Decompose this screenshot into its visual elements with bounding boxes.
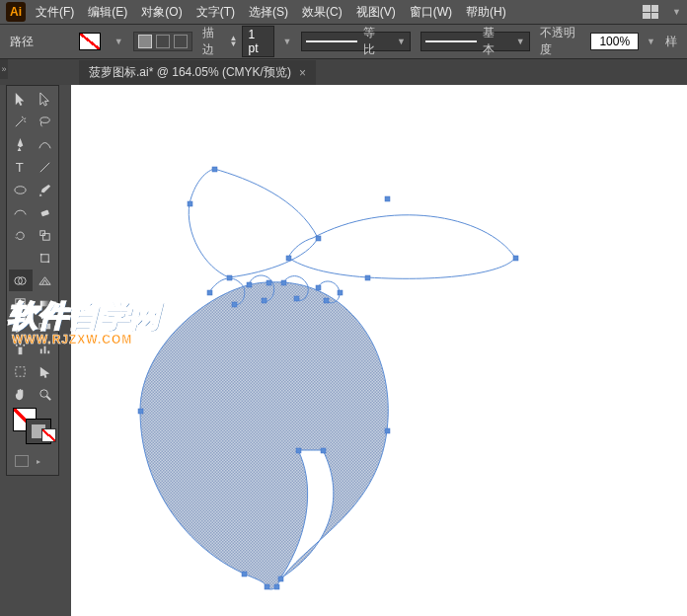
svg-rect-32 (316, 236, 321, 241)
screen-mode-normal[interactable] (15, 455, 29, 467)
ellipse-tool[interactable] (9, 179, 33, 200)
magic-wand-tool[interactable] (9, 111, 33, 132)
menu-effect[interactable]: 效果(C) (302, 4, 343, 21)
workspace-switcher-icon[interactable] (643, 5, 658, 19)
toolbox: T ▸ (6, 85, 59, 476)
stroke-value[interactable]: 1 pt (242, 26, 275, 57)
chevron-down-icon[interactable]: ▼ (672, 7, 681, 17)
svg-rect-49 (232, 302, 237, 307)
svg-rect-37 (365, 275, 370, 280)
menu-items: 文件(F) 编辑(E) 对象(O) 文字(T) 选择(S) 效果(C) 视图(V… (36, 4, 506, 21)
stroke-mode-2[interactable] (156, 35, 170, 48)
line-segment-tool[interactable] (34, 156, 57, 178)
svg-rect-23 (43, 346, 45, 353)
svg-rect-7 (41, 254, 49, 262)
direct-selection-tool[interactable] (34, 88, 57, 110)
stroke-swatch-group[interactable] (133, 32, 192, 51)
svg-text:T: T (16, 160, 24, 175)
type-tool[interactable]: T (9, 156, 33, 178)
menubar: Ai 文件(F) 编辑(E) 对象(O) 文字(T) 选择(S) 效果(C) 视… (0, 0, 687, 24)
shape-builder-tool[interactable] (9, 270, 33, 291)
svg-line-27 (46, 396, 50, 400)
svg-line-2 (40, 162, 49, 171)
watermark: 软件自学网 WWW.RJZXW.COM (8, 296, 161, 346)
hand-tool[interactable] (9, 383, 33, 405)
svg-rect-31 (212, 167, 217, 172)
eraser-tool[interactable] (34, 201, 57, 223)
screen-mode-row: ▸ (9, 451, 56, 471)
scale-tool[interactable] (34, 224, 57, 246)
perspective-grid-tool[interactable] (34, 270, 57, 291)
leaf-1-path[interactable] (189, 169, 318, 277)
svg-rect-50 (247, 282, 252, 287)
watermark-main: 软件自学网 (8, 296, 161, 337)
svg-rect-39 (138, 409, 143, 414)
opacity-dropdown-icon[interactable]: ▼ (647, 37, 655, 46)
menu-select[interactable]: 选择(S) (249, 4, 288, 21)
free-transform-tool[interactable] (34, 247, 57, 269)
stroke-stepper[interactable]: ▲▼ (230, 36, 238, 47)
svg-point-3 (15, 186, 26, 193)
svg-rect-51 (262, 298, 267, 303)
paintbrush-tool[interactable] (34, 179, 57, 200)
svg-rect-4 (40, 209, 49, 216)
brush-dropdown[interactable]: 基本 ▼ (420, 32, 530, 51)
svg-rect-24 (47, 350, 49, 353)
shaper-tool[interactable] (9, 201, 33, 223)
fill-dropdown-icon[interactable]: ▼ (114, 37, 123, 46)
svg-rect-52 (281, 280, 286, 285)
app-icon: Ai (6, 2, 26, 22)
svg-point-0 (40, 116, 49, 122)
svg-rect-44 (265, 584, 269, 589)
profile-dropdown[interactable]: 等比 ▼ (301, 32, 411, 51)
width-tool[interactable] (9, 247, 33, 269)
stroke-label[interactable]: 描边 (202, 25, 226, 58)
document-tab[interactable]: 菠萝图标.ai* @ 164.05% (CMYK/预览) × (79, 60, 316, 85)
artboard-tool[interactable] (9, 360, 33, 382)
svg-rect-18 (19, 346, 23, 354)
menu-window[interactable]: 窗口(W) (410, 4, 452, 21)
menu-edit[interactable]: 编辑(E) (88, 4, 127, 21)
stroke-dropdown-icon[interactable]: ▼ (282, 37, 291, 46)
svg-rect-45 (296, 448, 301, 453)
svg-rect-34 (227, 275, 232, 280)
svg-rect-38 (286, 256, 291, 261)
svg-rect-54 (316, 285, 321, 290)
style-label[interactable]: 样 (665, 34, 677, 50)
profile-label: 等比 (363, 25, 387, 58)
opacity-value[interactable]: 100% (590, 33, 639, 50)
svg-point-26 (40, 389, 48, 397)
menu-object[interactable]: 对象(O) (141, 4, 182, 21)
stroke-mode-1[interactable] (138, 35, 152, 48)
menu-help[interactable]: 帮助(H) (466, 4, 506, 21)
screen-mode-dropdown-icon[interactable]: ▸ (37, 457, 40, 466)
svg-rect-41 (267, 280, 271, 285)
dock-expand-icon[interactable]: » (0, 59, 8, 79)
menu-file[interactable]: 文件(F) (36, 4, 74, 21)
canvas-area[interactable] (67, 85, 687, 616)
curvature-tool[interactable] (34, 133, 57, 155)
menu-type[interactable]: 文字(T) (196, 4, 235, 21)
menu-view[interactable]: 视图(V) (356, 4, 396, 21)
leaf-2-path[interactable] (288, 215, 515, 279)
selection-tool[interactable] (9, 88, 33, 110)
lasso-tool[interactable] (34, 111, 57, 132)
zoom-tool[interactable] (34, 383, 57, 405)
slice-tool[interactable] (34, 360, 57, 382)
fruit-body-path[interactable] (140, 282, 388, 589)
vector-artwork[interactable] (71, 85, 687, 616)
svg-rect-55 (324, 298, 329, 303)
fill-swatch[interactable] (79, 33, 101, 50)
opacity-label[interactable]: 不透明度 (540, 25, 587, 58)
pen-tool[interactable] (9, 133, 33, 155)
rotate-tool[interactable] (9, 224, 33, 246)
close-icon[interactable]: × (299, 66, 306, 80)
artboard[interactable] (71, 85, 687, 616)
svg-rect-35 (385, 196, 390, 201)
color-mode-none[interactable] (41, 428, 56, 442)
stroke-mode-3[interactable] (174, 35, 188, 48)
svg-rect-42 (242, 572, 247, 577)
brush-sample-icon (425, 40, 477, 42)
svg-rect-22 (40, 348, 42, 353)
svg-rect-46 (321, 448, 326, 453)
